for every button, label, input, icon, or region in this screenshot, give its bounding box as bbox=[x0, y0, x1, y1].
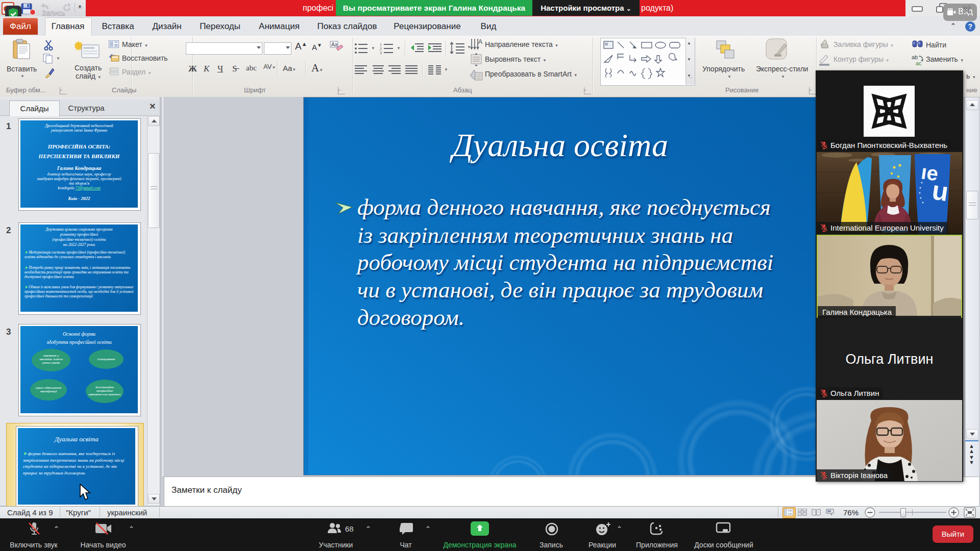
svg-text:Аа: Аа bbox=[331, 42, 338, 47]
svg-text:курси підвищення: курси підвищення bbox=[36, 386, 62, 389]
svg-text:A: A bbox=[478, 38, 482, 45]
svg-text:кваліфікації: кваліфікації bbox=[40, 390, 57, 393]
svg-text:1: 1 bbox=[380, 43, 382, 46]
svg-text:3: 3 bbox=[380, 51, 382, 54]
svg-text:стажування: стажування bbox=[97, 358, 115, 361]
svg-text:професійне: професійне bbox=[96, 389, 113, 392]
svg-text:ac: ac bbox=[916, 60, 922, 66]
svg-text:ab: ab bbox=[912, 54, 918, 60]
svg-text:2: 2 bbox=[380, 47, 382, 51]
svg-text:навчання та тренінги: навчання та тренінги bbox=[88, 393, 121, 396]
svg-text:дистанційне: дистанційне bbox=[95, 386, 114, 389]
svg-text:?: ? bbox=[968, 22, 973, 31]
svg-text:закладах освіти: закладах освіти bbox=[39, 358, 63, 361]
svg-text:навчання у: навчання у bbox=[43, 354, 59, 357]
svg-text:різних рівнів: різних рівнів bbox=[42, 361, 60, 364]
